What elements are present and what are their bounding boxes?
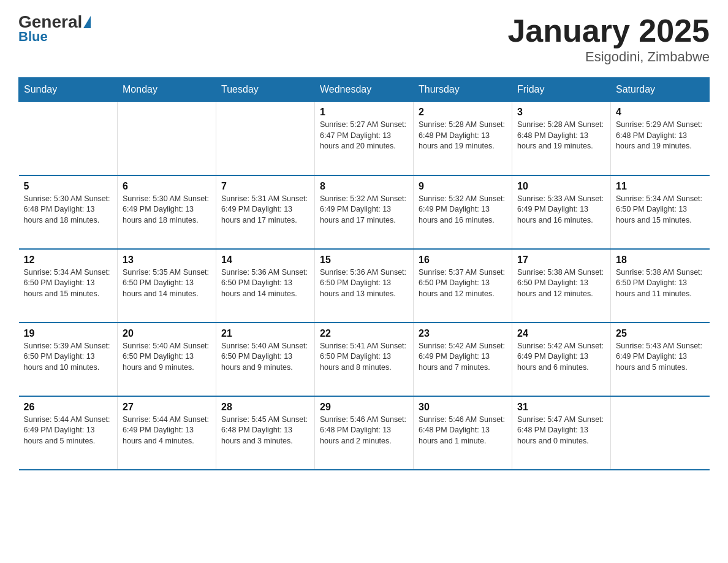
day-number: 17	[517, 255, 605, 266]
calendar-cell: 20Sunrise: 5:40 AM Sunset: 6:50 PM Dayli…	[118, 323, 216, 396]
day-info: Sunrise: 5:32 AM Sunset: 6:49 PM Dayligh…	[419, 194, 507, 226]
calendar-cell: 4Sunrise: 5:29 AM Sunset: 6:48 PM Daylig…	[611, 102, 710, 175]
header-wednesday: Wednesday	[315, 78, 414, 102]
day-number: 9	[419, 181, 507, 192]
day-number: 15	[320, 255, 408, 266]
day-info: Sunrise: 5:30 AM Sunset: 6:48 PM Dayligh…	[24, 194, 113, 226]
day-info: Sunrise: 5:38 AM Sunset: 6:50 PM Dayligh…	[517, 267, 605, 300]
calendar-cell: 5Sunrise: 5:30 AM Sunset: 6:48 PM Daylig…	[19, 175, 118, 249]
day-number: 25	[616, 328, 705, 339]
day-info: Sunrise: 5:32 AM Sunset: 6:49 PM Dayligh…	[320, 194, 408, 226]
calendar-table: SundayMondayTuesdayWednesdayThursdayFrid…	[18, 77, 710, 470]
calendar-cell: 14Sunrise: 5:36 AM Sunset: 6:50 PM Dayli…	[216, 249, 315, 323]
calendar-cell	[19, 102, 118, 175]
calendar-cell: 15Sunrise: 5:36 AM Sunset: 6:50 PM Dayli…	[315, 249, 414, 323]
header-saturday: Saturday	[611, 78, 710, 102]
calendar-cell: 28Sunrise: 5:45 AM Sunset: 6:48 PM Dayli…	[216, 396, 315, 470]
calendar-cell: 22Sunrise: 5:41 AM Sunset: 6:50 PM Dayli…	[315, 323, 414, 396]
calendar-cell: 10Sunrise: 5:33 AM Sunset: 6:49 PM Dayli…	[512, 175, 611, 249]
day-info: Sunrise: 5:36 AM Sunset: 6:50 PM Dayligh…	[320, 267, 408, 300]
day-info: Sunrise: 5:44 AM Sunset: 6:49 PM Dayligh…	[123, 415, 211, 447]
day-info: Sunrise: 5:40 AM Sunset: 6:50 PM Dayligh…	[123, 341, 211, 373]
day-info: Sunrise: 5:27 AM Sunset: 6:47 PM Dayligh…	[320, 120, 408, 152]
day-number: 19	[24, 328, 113, 339]
day-number: 14	[221, 255, 309, 266]
day-info: Sunrise: 5:34 AM Sunset: 6:50 PM Dayligh…	[24, 267, 113, 300]
day-number: 16	[419, 255, 507, 266]
calendar-cell: 21Sunrise: 5:40 AM Sunset: 6:50 PM Dayli…	[216, 323, 315, 396]
day-info: Sunrise: 5:29 AM Sunset: 6:48 PM Dayligh…	[616, 120, 705, 152]
day-number: 11	[616, 181, 705, 192]
location: Esigodini, Zimbabwe	[507, 49, 710, 65]
day-info: Sunrise: 5:42 AM Sunset: 6:49 PM Dayligh…	[419, 341, 507, 373]
day-info: Sunrise: 5:36 AM Sunset: 6:50 PM Dayligh…	[221, 267, 309, 300]
calendar-cell: 18Sunrise: 5:38 AM Sunset: 6:50 PM Dayli…	[611, 249, 710, 323]
calendar-cell: 19Sunrise: 5:39 AM Sunset: 6:50 PM Dayli…	[19, 323, 118, 396]
day-info: Sunrise: 5:37 AM Sunset: 6:50 PM Dayligh…	[419, 267, 507, 300]
title-section: January 2025 Esigodini, Zimbabwe	[507, 12, 710, 65]
day-number: 6	[123, 181, 211, 192]
day-info: Sunrise: 5:34 AM Sunset: 6:50 PM Dayligh…	[616, 194, 705, 226]
calendar-cell: 30Sunrise: 5:46 AM Sunset: 6:48 PM Dayli…	[414, 396, 512, 470]
header-monday: Monday	[118, 78, 216, 102]
day-info: Sunrise: 5:38 AM Sunset: 6:50 PM Dayligh…	[616, 267, 705, 300]
calendar-cell: 27Sunrise: 5:44 AM Sunset: 6:49 PM Dayli…	[118, 396, 216, 470]
day-number: 24	[517, 328, 605, 339]
calendar-cell: 23Sunrise: 5:42 AM Sunset: 6:49 PM Dayli…	[414, 323, 512, 396]
calendar-cell: 16Sunrise: 5:37 AM Sunset: 6:50 PM Dayli…	[414, 249, 512, 323]
day-number: 29	[320, 402, 408, 413]
calendar-cell: 9Sunrise: 5:32 AM Sunset: 6:49 PM Daylig…	[414, 175, 512, 249]
day-number: 13	[123, 255, 211, 266]
day-number: 28	[221, 402, 309, 413]
day-info: Sunrise: 5:44 AM Sunset: 6:49 PM Dayligh…	[24, 415, 113, 447]
day-info: Sunrise: 5:40 AM Sunset: 6:50 PM Dayligh…	[221, 341, 309, 373]
day-number: 30	[419, 402, 507, 413]
logo-blue-text: Blue	[18, 29, 48, 45]
day-number: 4	[616, 107, 705, 118]
calendar-cell	[118, 102, 216, 175]
calendar-cell: 24Sunrise: 5:42 AM Sunset: 6:49 PM Dayli…	[512, 323, 611, 396]
day-info: Sunrise: 5:28 AM Sunset: 6:48 PM Dayligh…	[419, 120, 507, 152]
logo: General Blue	[18, 12, 92, 45]
calendar-cell: 1Sunrise: 5:27 AM Sunset: 6:47 PM Daylig…	[315, 102, 414, 175]
calendar-cell: 3Sunrise: 5:28 AM Sunset: 6:48 PM Daylig…	[512, 102, 611, 175]
calendar-cell: 11Sunrise: 5:34 AM Sunset: 6:50 PM Dayli…	[611, 175, 710, 249]
day-number: 21	[221, 328, 309, 339]
calendar-cell: 13Sunrise: 5:35 AM Sunset: 6:50 PM Dayli…	[118, 249, 216, 323]
calendar-week-3: 12Sunrise: 5:34 AM Sunset: 6:50 PM Dayli…	[19, 249, 710, 323]
day-number: 8	[320, 181, 408, 192]
day-info: Sunrise: 5:47 AM Sunset: 6:48 PM Dayligh…	[517, 415, 605, 447]
calendar-cell: 7Sunrise: 5:31 AM Sunset: 6:49 PM Daylig…	[216, 175, 315, 249]
day-info: Sunrise: 5:42 AM Sunset: 6:49 PM Dayligh…	[517, 341, 605, 373]
month-title: January 2025	[507, 12, 710, 49]
calendar-header-row: SundayMondayTuesdayWednesdayThursdayFrid…	[19, 78, 710, 102]
day-number: 31	[517, 402, 605, 413]
day-number: 3	[517, 107, 605, 118]
day-number: 1	[320, 107, 408, 118]
day-info: Sunrise: 5:45 AM Sunset: 6:48 PM Dayligh…	[221, 415, 309, 447]
day-number: 27	[123, 402, 211, 413]
day-info: Sunrise: 5:30 AM Sunset: 6:49 PM Dayligh…	[123, 194, 211, 226]
calendar-week-4: 19Sunrise: 5:39 AM Sunset: 6:50 PM Dayli…	[19, 323, 710, 396]
day-info: Sunrise: 5:41 AM Sunset: 6:50 PM Dayligh…	[320, 341, 408, 373]
day-info: Sunrise: 5:46 AM Sunset: 6:48 PM Dayligh…	[320, 415, 408, 447]
day-number: 5	[24, 181, 113, 192]
calendar-week-5: 26Sunrise: 5:44 AM Sunset: 6:49 PM Dayli…	[19, 396, 710, 470]
calendar-week-1: 1Sunrise: 5:27 AM Sunset: 6:47 PM Daylig…	[19, 102, 710, 175]
day-info: Sunrise: 5:33 AM Sunset: 6:49 PM Dayligh…	[517, 194, 605, 226]
day-number: 2	[419, 107, 507, 118]
header-friday: Friday	[512, 78, 611, 102]
day-number: 26	[24, 402, 113, 413]
header-sunday: Sunday	[19, 78, 118, 102]
calendar-week-2: 5Sunrise: 5:30 AM Sunset: 6:48 PM Daylig…	[19, 175, 710, 249]
calendar-cell: 26Sunrise: 5:44 AM Sunset: 6:49 PM Dayli…	[19, 396, 118, 470]
calendar-cell: 6Sunrise: 5:30 AM Sunset: 6:49 PM Daylig…	[118, 175, 216, 249]
calendar-cell	[216, 102, 315, 175]
calendar-cell: 2Sunrise: 5:28 AM Sunset: 6:48 PM Daylig…	[414, 102, 512, 175]
day-number: 7	[221, 181, 309, 192]
day-number: 12	[24, 255, 113, 266]
header-tuesday: Tuesday	[216, 78, 315, 102]
day-number: 22	[320, 328, 408, 339]
calendar-cell: 25Sunrise: 5:43 AM Sunset: 6:49 PM Dayli…	[611, 323, 710, 396]
calendar-cell: 12Sunrise: 5:34 AM Sunset: 6:50 PM Dayli…	[19, 249, 118, 323]
